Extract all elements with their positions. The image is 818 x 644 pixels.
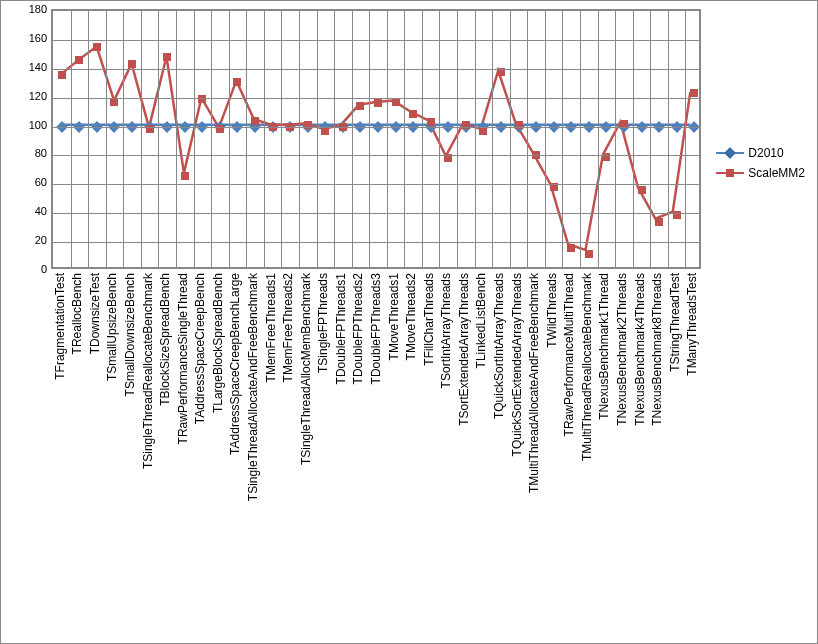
x-axis-tick: TBlockSizeSpreadBench bbox=[158, 273, 172, 406]
legend-label: ScaleMM2 bbox=[748, 166, 805, 180]
x-axis-tick: TQuickSortExtendedArrayThreads bbox=[510, 273, 524, 456]
x-axis-tick: TMemFreeThreads1 bbox=[264, 273, 278, 382]
square-icon bbox=[409, 110, 417, 118]
gridline-h bbox=[53, 213, 699, 214]
x-axis-tick: TSortExtendedArrayThreads bbox=[457, 273, 471, 426]
y-axis-tick: 180 bbox=[21, 3, 47, 15]
gridline-v bbox=[299, 11, 300, 267]
y-axis-tick: 120 bbox=[21, 90, 47, 102]
plot-area bbox=[51, 9, 701, 269]
x-axis-tick: TSmallUpsizeBench bbox=[105, 273, 119, 381]
square-icon bbox=[655, 218, 663, 226]
gridline-v bbox=[668, 11, 669, 267]
square-icon bbox=[356, 102, 364, 110]
gridline-v bbox=[650, 11, 651, 267]
x-axis-tick: TDownsizeTest bbox=[88, 273, 102, 354]
square-icon bbox=[374, 99, 382, 107]
y-axis-tick: 100 bbox=[21, 119, 47, 131]
square-icon bbox=[198, 95, 206, 103]
gridline-v bbox=[106, 11, 107, 267]
gridline-v bbox=[229, 11, 230, 267]
x-axis-tick: TMoveThreads2 bbox=[404, 273, 418, 360]
gridline-v bbox=[492, 11, 493, 267]
gridline-v bbox=[211, 11, 212, 267]
gridline-v bbox=[404, 11, 405, 267]
x-axis-tick: TMultiThreadReallocateBenchmark bbox=[580, 273, 594, 461]
gridline-v bbox=[158, 11, 159, 267]
square-icon bbox=[462, 121, 470, 129]
square-icon bbox=[392, 98, 400, 106]
x-axis-tick: TMoveThreads1 bbox=[387, 273, 401, 360]
gridline-v bbox=[88, 11, 89, 267]
x-axis-tick: TAddressSpaceCreepBench bbox=[193, 273, 207, 424]
gridline-v bbox=[615, 11, 616, 267]
x-axis-tick: TQuickSortIntArrayThreads bbox=[492, 273, 506, 419]
square-icon bbox=[673, 211, 681, 219]
square-icon bbox=[638, 186, 646, 194]
square-icon bbox=[163, 53, 171, 61]
gridline-v bbox=[475, 11, 476, 267]
x-axis-tick: TDoubleFPThreads3 bbox=[369, 273, 383, 384]
gridline-h bbox=[53, 155, 699, 156]
y-axis-tick: 140 bbox=[21, 61, 47, 73]
square-icon bbox=[567, 244, 575, 252]
x-axis-tick: TAddressSpaceCreepBenchLarge bbox=[228, 273, 242, 455]
square-icon bbox=[251, 117, 259, 125]
gridline-v bbox=[562, 11, 563, 267]
gridline-h bbox=[53, 184, 699, 185]
gridline-h bbox=[53, 242, 699, 243]
gridline-v bbox=[545, 11, 546, 267]
gridline-h bbox=[53, 69, 699, 70]
square-icon bbox=[602, 153, 610, 161]
gridline-v bbox=[387, 11, 388, 267]
x-axis-tick: TNexusBenchmark2Threads bbox=[615, 273, 629, 426]
gridline-v bbox=[527, 11, 528, 267]
x-axis-tick: TRawPerformanceSingleThread bbox=[176, 273, 190, 444]
x-axis-tick: TNexusBenchmark1Thread bbox=[597, 273, 611, 420]
chart-container: D2010 ScaleMM2 020406080100120140160180T… bbox=[0, 0, 818, 644]
x-axis-tick: TDoubleFPThreads1 bbox=[334, 273, 348, 384]
square-icon bbox=[304, 121, 312, 129]
square-icon bbox=[110, 98, 118, 106]
y-axis-tick: 0 bbox=[21, 263, 47, 275]
x-axis-tick: TSortIntArrayThreads bbox=[439, 273, 453, 388]
gridline-v bbox=[194, 11, 195, 267]
gridline-v bbox=[422, 11, 423, 267]
gridline-v bbox=[685, 11, 686, 267]
x-axis-tick: TStringThreadTest bbox=[668, 273, 682, 372]
gridline-v bbox=[281, 11, 282, 267]
x-axis-tick: TFillCharThreads bbox=[422, 273, 436, 366]
gridline-h bbox=[53, 98, 699, 99]
square-icon bbox=[479, 127, 487, 135]
x-axis-tick: TMemFreeThreads2 bbox=[281, 273, 295, 382]
x-axis-tick: TRawPerformanceMultiThread bbox=[562, 273, 576, 436]
square-icon bbox=[75, 56, 83, 64]
gridline-v bbox=[71, 11, 72, 267]
legend-marker-scalemm2 bbox=[716, 166, 744, 180]
gridline-h bbox=[53, 40, 699, 41]
x-axis-tick: TReallocBench bbox=[70, 273, 84, 354]
x-axis-tick: TWildThreads bbox=[545, 273, 559, 348]
gridline-v bbox=[264, 11, 265, 267]
legend-label: D2010 bbox=[748, 146, 783, 160]
gridline-v bbox=[598, 11, 599, 267]
legend-marker-d2010 bbox=[716, 146, 744, 160]
y-axis-tick: 80 bbox=[21, 147, 47, 159]
x-axis-tick: TSingleFPThreads bbox=[316, 273, 330, 373]
y-axis-tick: 40 bbox=[21, 205, 47, 217]
square-icon bbox=[321, 127, 329, 135]
x-axis-tick: TSingleThreadReallocateBenchmark bbox=[141, 273, 155, 469]
x-axis-tick: TManyThreadsTest bbox=[685, 273, 699, 376]
x-axis-tick: TSingleThreadAllocateAndFreeBenchmark bbox=[246, 273, 260, 501]
gridline-v bbox=[141, 11, 142, 267]
square-icon bbox=[427, 118, 435, 126]
legend: D2010 ScaleMM2 bbox=[716, 146, 805, 186]
gridline-v bbox=[123, 11, 124, 267]
square-icon bbox=[58, 71, 66, 79]
x-axis-tick: TFragmentationTest bbox=[53, 273, 67, 380]
x-axis-tick: TLinkedListBench bbox=[474, 273, 488, 368]
x-axis-tick: TLargeBlockSpreadBench bbox=[211, 273, 225, 413]
gridline-v bbox=[457, 11, 458, 267]
square-icon bbox=[233, 78, 241, 86]
square-icon bbox=[181, 172, 189, 180]
